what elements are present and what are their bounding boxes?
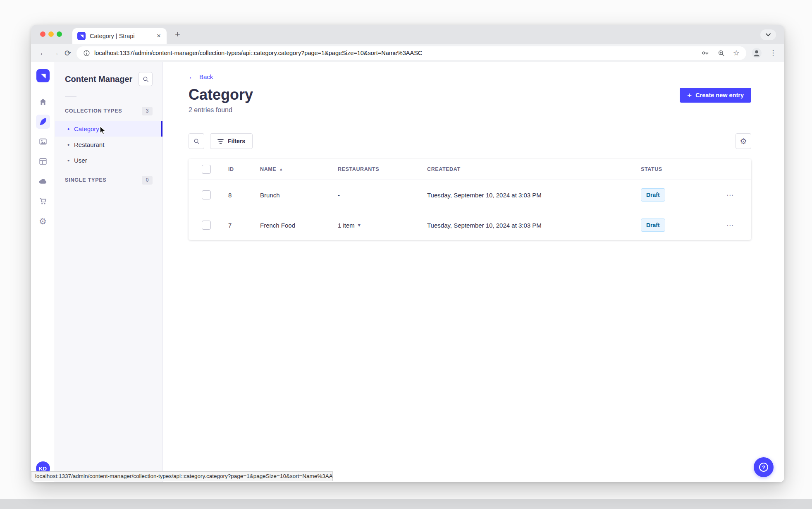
back-label: Back [199,73,213,80]
table-row[interactable]: 8 Brunch - Tuesday, September 10, 2024 a… [189,180,751,210]
cell-id: 8 [220,192,252,199]
subnav-search-button[interactable] [139,72,153,86]
row-checkbox[interactable] [202,221,211,230]
profile-icon[interactable] [751,48,762,58]
column-header-name[interactable]: NAME ▲ [252,166,330,172]
cell-createdat: Tuesday, September 10, 2024 at 3:03 PM [419,192,633,199]
filter-icon [217,139,224,144]
table-settings-button[interactable]: ⚙ [736,133,751,149]
subnav-title: Content Manager [65,73,132,85]
section-label: SINGLE TYPES [65,177,107,183]
close-window-button[interactable] [40,31,45,37]
browser-toolbar: ← → ⟳ localhost:1337/admin/content-manag… [31,44,784,62]
sidebar-item-label: Category [74,125,99,132]
active-indicator [161,121,162,137]
page-title: Category [189,86,253,104]
sidebar-item-user[interactable]: • User [55,152,162,168]
section-count-badge: 0 [142,176,153,185]
sidebar-item-label: User [74,157,87,164]
nav-deploy-button[interactable] [36,174,50,188]
filters-button[interactable]: Filters [210,133,253,149]
sidebar-item-label: Restaurant [74,141,104,148]
nav-marketplace-button[interactable] [36,194,50,208]
column-header-status[interactable]: STATUS [633,166,709,172]
browser-tab[interactable]: Category | Strapi × [72,28,167,44]
cell-name: French Food [252,222,330,229]
row-actions-icon[interactable]: ⋯ [726,191,734,199]
browser-window: Category | Strapi × + ← → ⟳ localhost:13… [31,25,784,482]
chevron-down-icon [766,33,771,36]
fullscreen-window-button[interactable] [57,31,62,37]
tab-search-button[interactable] [760,29,776,40]
zoom-page-icon[interactable] [717,49,725,57]
cell-name: Brunch [252,192,330,199]
feather-icon [38,117,48,126]
table-search-button[interactable] [189,133,204,149]
chevron-down-icon: ▾ [358,222,361,228]
back-link[interactable]: ← Back [189,73,213,80]
filters-label: Filters [228,138,245,144]
column-header-restaurants[interactable]: RESTAURANTS [330,166,419,172]
sort-ascending-icon: ▲ [279,167,283,171]
section-label: COLLECTION TYPES [65,108,122,114]
link-status-bar: localhost:1337/admin/content-manager/col… [31,471,333,481]
browser-menu-icon[interactable]: ⋮ [768,48,779,58]
minimize-window-button[interactable] [48,31,54,37]
browser-tabstrip: Category | Strapi × + [31,25,784,44]
new-tab-button[interactable]: + [175,29,180,40]
entries-count: 2 entries found [189,106,751,115]
main-nav-rail: ⚙ KD [31,62,55,482]
info-icon[interactable] [83,50,90,57]
address-bar[interactable]: localhost:1337/admin/content-manager/col… [76,46,746,60]
strapi-app: ⚙ KD Content Manager COLLECTION TYPES 3 [31,62,784,482]
bookmark-star-icon[interactable]: ☆ [733,49,740,57]
rail-divider [38,88,48,88]
cloud-icon [38,177,48,186]
nav-home-button[interactable] [36,95,50,109]
sidebar-item-category[interactable]: • Category [55,121,162,137]
browser-reload-button[interactable]: ⟳ [62,47,74,59]
window-controls [40,31,62,37]
subnav-divider [65,96,76,97]
column-header-id[interactable]: ID [220,166,252,172]
section-count-badge: 3 [142,107,153,115]
single-types-section: SINGLE TYPES 0 [55,173,162,187]
table-row[interactable]: 7 French Food 1 item ▾ Tuesday, Septembe… [189,210,751,240]
layout-icon [38,157,48,166]
table-header-row: ID NAME ▲ RESTAURANTS CREATEDAT STATUS [189,159,751,180]
search-icon [193,138,200,145]
tab-close-icon[interactable]: × [155,32,162,40]
strapi-favicon-icon [77,32,86,40]
url-text[interactable]: localhost:1337/admin/content-manager/col… [94,50,696,56]
collection-types-section: COLLECTION TYPES 3 [55,104,162,118]
nav-media-library-button[interactable] [36,134,50,149]
browser-back-button[interactable]: ← [37,47,49,59]
cell-id: 7 [220,222,252,229]
status-badge: Draft [641,218,665,232]
strapi-logo[interactable] [36,69,50,82]
gear-icon: ⚙ [39,217,47,226]
tab-title: Category | Strapi [90,33,155,39]
cell-restaurants: - [330,192,419,199]
row-actions-icon[interactable]: ⋯ [726,221,734,230]
password-key-icon[interactable] [701,49,709,57]
browser-forward-button[interactable]: → [49,47,62,59]
entries-table: ID NAME ▲ RESTAURANTS CREATEDAT STATUS 8… [189,159,751,240]
plus-icon: + [687,91,692,99]
column-header-createdat[interactable]: CREATEDAT [419,166,633,172]
create-new-entry-button[interactable]: + Create new entry [680,88,751,103]
bullet-icon: • [67,141,73,148]
nav-content-type-builder-button[interactable] [36,154,50,168]
bullet-icon: • [67,157,73,164]
nav-settings-button[interactable]: ⚙ [36,214,50,228]
row-checkbox[interactable] [202,190,211,199]
bullet-icon: • [67,125,73,132]
content-manager-subnav: Content Manager COLLECTION TYPES 3 • Cat… [55,62,163,482]
help-button[interactable]: ? [754,457,774,477]
cell-restaurants[interactable]: 1 item ▾ [330,222,419,229]
desktop-edge [0,499,812,509]
sidebar-item-restaurant[interactable]: • Restaurant [55,137,162,152]
nav-content-manager-button[interactable] [36,115,50,129]
media-icon [38,137,48,146]
select-all-checkbox[interactable] [202,165,211,174]
